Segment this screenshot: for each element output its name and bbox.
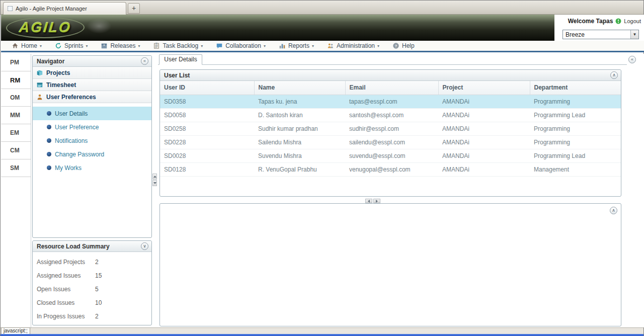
status-bar: javascript:; (1, 327, 643, 334)
sidebar: Navigator Projects Timesheet User Prefer… (32, 54, 152, 327)
tab-user-details[interactable]: User Details (159, 54, 202, 65)
cell-project: AMANDAi (438, 95, 530, 108)
rail-item-sm[interactable]: SM (1, 159, 31, 177)
bullet-icon (47, 138, 51, 143)
scroll-right-icon[interactable] (373, 199, 380, 203)
menu-item-releases[interactable]: Releases (94, 41, 146, 51)
column-header-department[interactable]: Department (530, 81, 621, 95)
rail-item-cm[interactable]: CM (1, 142, 31, 159)
table-row[interactable]: SD0058 D. Santosh kiran santosh@esspl.co… (160, 108, 621, 122)
summary-label: Closed Issues (33, 299, 95, 306)
cell-email: venugopal@esspl.com (345, 162, 438, 176)
sidebar-item-timesheet[interactable]: Timesheet (33, 79, 151, 91)
column-header-name[interactable]: Name (254, 81, 345, 95)
browser-tab[interactable]: Agilo - Agile Project Manager (3, 2, 126, 15)
menu-item-label: Collaboration (225, 42, 261, 49)
collapse-down-icon[interactable] (141, 242, 148, 250)
cell-name: R. VenuGopal Prabhu (254, 162, 345, 176)
menu-item-collaboration[interactable]: Collaboration (209, 41, 272, 51)
table-row[interactable]: SD0228 Sailendu Mishra sailendu@esspl.co… (160, 135, 621, 149)
user-list-header: User List (160, 70, 621, 81)
cell-name: Tapas ku. jena (254, 95, 345, 108)
menu-item-sprints[interactable]: Sprints (48, 41, 94, 51)
scroll-up-icon[interactable] (152, 174, 157, 180)
collapse-left-icon[interactable] (628, 56, 636, 63)
sidebar-item-change-password[interactable]: Change Password (33, 147, 151, 161)
svg-text:?: ? (395, 44, 397, 48)
collapse-left-icon[interactable] (141, 57, 148, 65)
chevron-down-icon (312, 44, 314, 48)
summary-label: In Progess Issues (33, 313, 95, 320)
rail-item-mm[interactable]: MM (1, 107, 31, 124)
collapse-up-icon[interactable] (610, 71, 618, 79)
horizontal-splitter[interactable] (365, 199, 388, 203)
welcome-text: Welcome Tapas (568, 18, 613, 25)
timesheet-icon (36, 81, 43, 89)
table-row[interactable]: SD0258 Sudhir kumar pradhan sudhir@esspl… (160, 122, 621, 135)
column-header-email[interactable]: Email (345, 81, 438, 95)
sidebar-item-notifications[interactable]: Notifications (33, 134, 151, 147)
summary-row-open-issues: Open Issues 5 (33, 282, 151, 296)
main-menu: Home Sprints Releases Task Backlog Colla… (1, 41, 644, 52)
right-collapse-strip (628, 54, 638, 327)
summary-value: 15 (95, 272, 102, 279)
menu-item-help[interactable]: ? Help (386, 41, 421, 51)
bullet-icon (47, 111, 51, 116)
bullet-icon (47, 125, 51, 129)
summary-row-assigned-projects: Assigned Projects 2 (33, 255, 151, 269)
sidebar-item-label: Notifications (55, 137, 88, 144)
rail-item-om[interactable]: OM (1, 89, 31, 107)
menu-item-reports[interactable]: Reports (272, 41, 320, 51)
administration-icon (327, 42, 334, 49)
new-tab-button[interactable]: + (128, 3, 140, 14)
summary-value: 2 (95, 259, 99, 266)
browser-tab-bar: Agilo - Agile Project Manager + (1, 1, 643, 15)
navigator-panel: Navigator Projects Timesheet User Prefer… (32, 55, 152, 238)
cell-project: AMANDAi (438, 108, 530, 122)
menu-item-administration[interactable]: Administration (320, 41, 386, 51)
cell-project: AMANDAi (438, 122, 530, 135)
rail-item-em[interactable]: EM (1, 124, 31, 142)
projects-icon (36, 69, 43, 76)
menu-item-home[interactable]: Home (5, 41, 48, 51)
scroll-down-icon[interactable] (152, 180, 157, 186)
menu-item-label: Releases (110, 42, 135, 49)
table-row[interactable]: SD0128 R. VenuGopal Prabhu venugopal@ess… (160, 162, 621, 176)
column-header-user-id[interactable]: User ID (160, 81, 254, 95)
resource-summary-header: Resource Load Summary (33, 241, 151, 252)
rail-item-pm[interactable]: PM (1, 54, 31, 71)
summary-row-closed-issues: Closed Issues 10 (33, 296, 151, 309)
navigator-header: Navigator (33, 56, 151, 67)
cell-department: Programming (530, 122, 621, 135)
menu-item-task-backlog[interactable]: Task Backlog (146, 41, 209, 51)
cell-user-id: SD0028 (160, 149, 254, 162)
logout-link[interactable]: Logout (624, 18, 641, 24)
cell-name: Sailendu Mishra (254, 135, 345, 149)
navigator-title: Navigator (37, 58, 141, 65)
theme-select[interactable]: Breeze (562, 30, 639, 39)
sidebar-item-label: User Preferences (46, 94, 96, 101)
sidebar-item-user-preference[interactable]: User Preference (33, 120, 151, 134)
reports-icon (279, 42, 286, 49)
rail-item-rm[interactable]: RM (1, 71, 31, 89)
table-row[interactable]: SD0358 Tapas ku. jena tapas@esspl.com AM… (160, 95, 621, 108)
scroll-left-icon[interactable] (365, 199, 372, 203)
tab-favicon-icon (8, 6, 13, 11)
summary-label: Open Issues (33, 286, 95, 293)
summary-label: Assigned Projects (33, 259, 95, 266)
tab-title: Agilo - Agile Project Manager (16, 6, 87, 12)
menu-item-label: Administration (337, 42, 375, 49)
sidebar-item-user-preferences[interactable]: User Preferences (33, 91, 151, 103)
cell-email: santosh@esspl.com (345, 108, 438, 122)
sidebar-item-projects[interactable]: Projects (33, 67, 151, 79)
cell-name: Suvendu Mishra (254, 149, 345, 162)
sidebar-item-user-details[interactable]: User Details (33, 107, 151, 120)
table-row[interactable]: SD0028 Suvendu Mishra suvendu@esspl.com … (160, 149, 621, 162)
cell-email: tapas@esspl.com (345, 95, 438, 108)
sidebar-scrollbar[interactable] (152, 54, 157, 327)
user-preferences-submenu: User Details User Preference Notificatio… (33, 103, 151, 175)
sidebar-item-my-works[interactable]: My Works (33, 161, 151, 175)
column-header-project[interactable]: Project (438, 81, 530, 95)
collapse-up-icon[interactable] (610, 207, 617, 214)
cell-name: Sudhir kumar pradhan (254, 122, 345, 135)
